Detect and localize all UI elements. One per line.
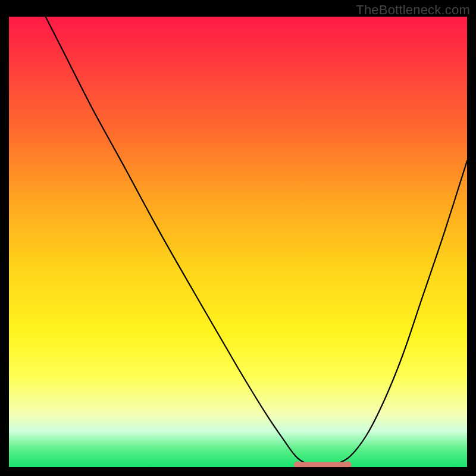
optimum-marker	[9, 17, 467, 467]
chart-stage: TheBottleneck.com	[0, 0, 476, 476]
plot-area	[9, 17, 467, 467]
watermark-text: TheBottleneck.com	[356, 2, 470, 18]
